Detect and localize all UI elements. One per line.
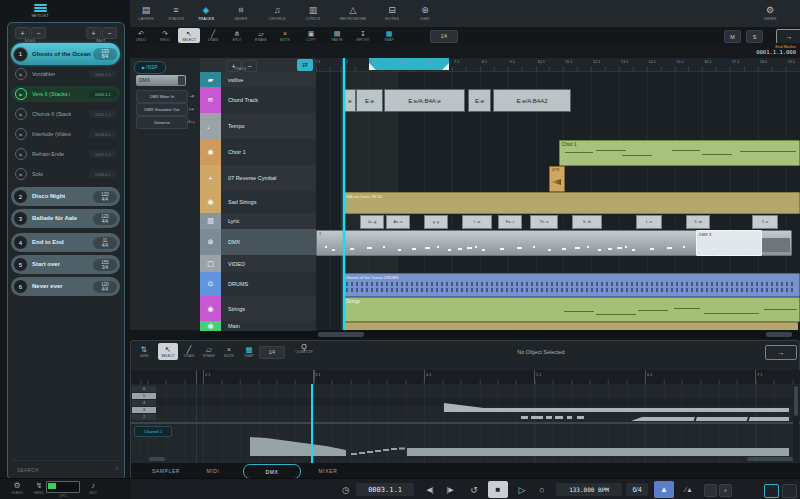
setlist-song-1[interactable]: 1Ghosts of the Ocean1336/4 — [11, 43, 120, 65]
precount-button[interactable]: ∕▲ — [680, 483, 698, 496]
bottom-tab-mixer[interactable]: MIXER — [303, 464, 353, 477]
clip-sad-strings[interactable]: HALion Sonic SE 01 — [343, 192, 800, 214]
edit-tool-mute[interactable]: ×MUTE — [274, 28, 296, 43]
inspector-name-field[interactable]: DMX — [136, 75, 186, 86]
lyric-event[interactable]: y...y — [424, 215, 448, 229]
mute-button[interactable]: M — [724, 30, 741, 43]
time-display[interactable]: 0003.1.1 — [356, 483, 414, 496]
editor-hscroll-left[interactable] — [149, 457, 165, 461]
edit-tool-redo[interactable]: ↷REDO — [154, 28, 176, 43]
lyric-event[interactable]: T...n — [752, 215, 778, 229]
editor-ruler[interactable]: 2.13.14.15.16.17.1 — [131, 370, 800, 385]
part-play-icon[interactable]: ▶ — [15, 88, 27, 100]
clip-main-partial[interactable] — [343, 322, 798, 330]
chord-event[interactable]: E:e — [356, 89, 383, 112]
track-row-strings[interactable]: ◉Strings — [200, 296, 316, 322]
editor-hscroll-thumb[interactable] — [747, 457, 793, 461]
status-learn[interactable]: ⚙LEARN — [8, 481, 26, 495]
lane-number-4[interactable]: 4 — [132, 400, 156, 406]
clip-cymbal[interactable]: 07 R — [549, 166, 565, 192]
clip-drums[interactable]: Ghosts of the Ocean DRUMS — [343, 273, 800, 297]
cycle-left-handle[interactable] — [369, 63, 376, 70]
lyric-event[interactable]: I...w — [462, 215, 492, 229]
lyric-event[interactable]: If...th — [572, 215, 602, 229]
setlist-song-5[interactable]: 5Start over1553/4 — [11, 255, 120, 274]
editor-tool-select[interactable]: ↖SELECT — [158, 343, 178, 360]
setlist-song-3[interactable]: 3Ballade für Aale1204/4 — [11, 209, 120, 228]
inspector-row[interactable]: DMX Mixer In — [136, 90, 188, 103]
clip-choir[interactable]: Choir 1 — [559, 140, 800, 166]
bottom-tab-midi[interactable]: MIDI — [193, 464, 233, 477]
part-play-icon[interactable]: ▶ — [15, 128, 27, 140]
record-button[interactable]: ○ — [534, 483, 550, 496]
lyric-event[interactable]: As...s — [386, 215, 410, 229]
stop-button[interactable]: ■ — [488, 481, 508, 498]
track-row-choir-1[interactable]: ◉Choir 1 — [200, 139, 316, 166]
clip-dmx-selected[interactable]: DMX 3 — [696, 230, 762, 256]
editor-open-button[interactable]: → — [765, 345, 797, 360]
bottom-tab-dmx[interactable]: DMX — [243, 464, 301, 479]
track-row-sad-strings[interactable]: ◉Sad Strings — [200, 191, 316, 214]
editor-tool-snap[interactable]: ▦SNAP — [239, 343, 259, 360]
edit-tool-copy[interactable]: ▣COPY — [300, 28, 322, 43]
setlist-menu-icon[interactable] — [34, 4, 47, 12]
inspector-row[interactable]: Universe — [136, 116, 188, 129]
autoscroll-button[interactable]: ⇄ — [297, 59, 313, 71]
inspector-name-menu[interactable] — [178, 76, 185, 85]
snap-value-button[interactable]: 1/4 — [430, 30, 458, 43]
edit-tool-split[interactable]: ⋔SPLIT — [226, 28, 248, 43]
end-marker-value[interactable]: 0001.1.1.000 — [706, 49, 796, 55]
lyric-event[interactable]: Th...e — [530, 215, 558, 229]
clip-strings[interactable]: Strings — [343, 297, 800, 322]
bottom-tab-sampler[interactable]: SAMPLER — [141, 464, 191, 477]
transport-extra-button-2[interactable] — [719, 484, 732, 497]
setlist-part[interactable]: ▶Solo0036.4.1 — [11, 166, 120, 182]
edit-tool-draw[interactable]: ╱DRAW — [202, 28, 224, 43]
arrangement-area[interactable]: 2.13.14.15.16.17.18.19.110.111.112.113.1… — [316, 58, 800, 330]
play-button[interactable]: ▷ — [514, 483, 530, 496]
editor-lanes[interactable]: 65432 Channel 1 — [131, 384, 800, 463]
status-midi[interactable]: ♪MIDI — [84, 481, 102, 495]
timeline-ruler[interactable]: 2.13.14.15.16.17.18.19.110.111.112.113.1… — [316, 58, 800, 72]
editor-tool-draw[interactable]: ╱DRAW — [179, 343, 199, 360]
in-icon[interactable]: ⇥ — [189, 92, 194, 99]
hscroll-thumb[interactable] — [318, 332, 364, 337]
inspector-toggle[interactable]: ▶ INSP — [134, 61, 166, 74]
lane-number-5[interactable]: 5 — [132, 393, 156, 399]
editor-quantize-button[interactable]: Q QUANTIZE — [289, 343, 319, 360]
tempo-display[interactable]: 133.000 BPM — [556, 483, 622, 496]
track-row-dmx[interactable]: ⊛DMX — [200, 229, 316, 256]
chord-event[interactable]: E:e/A:B4A:e — [384, 89, 465, 112]
lane-number-3[interactable]: 3 — [132, 407, 156, 413]
edit-tool-erase[interactable]: ▱ERASE — [250, 28, 272, 43]
lyric-event[interactable]: I...n — [636, 215, 662, 229]
lane-number-2[interactable]: 2 — [132, 414, 156, 420]
part-play-icon[interactable]: ▶ — [15, 168, 27, 180]
solo-button[interactable]: S — [746, 30, 763, 43]
forward-button[interactable]: |▶ — [442, 483, 458, 496]
arrangement-hscrollbar[interactable] — [200, 331, 800, 338]
signature-display[interactable]: 6/4 — [626, 483, 648, 496]
part-play-icon[interactable]: ▶ — [15, 68, 27, 80]
clip-dmx-tail[interactable] — [762, 238, 790, 252]
chord-event[interactable]: e — [344, 89, 356, 112]
rewind-button[interactable]: ◀| — [422, 483, 438, 496]
open-arrow-button[interactable]: → — [776, 29, 800, 44]
hscroll-right-piece[interactable] — [766, 332, 792, 337]
status-cpu[interactable]: CPU — [46, 481, 80, 498]
window-toggle-active[interactable] — [764, 484, 779, 498]
setlist-part[interactable]: ▶Interlude (Video0018.4.1 — [11, 126, 120, 142]
out-icon[interactable]: ↦ — [189, 105, 194, 112]
chord-event[interactable]: E:e/A:B4A2 — [493, 89, 571, 112]
track-row-video[interactable]: ▢VIDEO — [200, 255, 316, 273]
setlist-song-6[interactable]: 6Never ever1204/4 — [11, 277, 120, 296]
lyric-event[interactable]: Y...m — [686, 215, 710, 229]
editor-tool-lane[interactable]: ⇅LANE — [134, 343, 154, 360]
cycle-button[interactable]: ↺ — [466, 483, 482, 496]
search-input[interactable] — [15, 464, 107, 476]
chord-event[interactable]: E:e — [468, 89, 491, 112]
search-close-icon[interactable]: x — [116, 465, 119, 471]
setlist-part[interactable]: ▶Vers II (Stacks i0003.1.1 — [11, 86, 120, 102]
cycle-right-handle[interactable] — [442, 63, 449, 70]
track-row-lyric[interactable]: ▥Lyric — [200, 213, 316, 230]
